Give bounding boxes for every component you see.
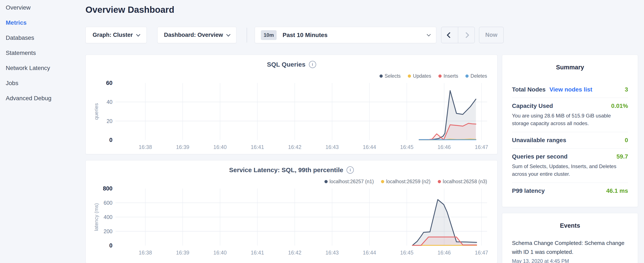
- summary-label: P99 latency: [512, 187, 545, 194]
- summary-row-queries-per-second: Queries per second 59.7 Sum of Selects, …: [512, 149, 628, 183]
- svg-text:queries: queries: [93, 103, 99, 120]
- events-title: Events: [512, 222, 628, 229]
- svg-text:16:45: 16:45: [400, 144, 414, 150]
- svg-text:16:47: 16:47: [475, 249, 488, 255]
- sidebar-item-databases[interactable]: Databases: [6, 30, 82, 45]
- time-range-picker[interactable]: 10m Past 10 Minutes: [255, 27, 436, 43]
- graph-dropdown[interactable]: Graph: Cluster: [86, 27, 147, 43]
- chevron-down-icon: [427, 32, 430, 36]
- summary-row-p99-latency: P99 latency 46.1 ms: [512, 183, 628, 199]
- sidebar-item-metrics[interactable]: Metrics: [6, 15, 82, 30]
- svg-text:16:45: 16:45: [400, 249, 414, 255]
- controls-divider: [247, 28, 247, 43]
- svg-text:400: 400: [104, 214, 112, 220]
- svg-text:16:44: 16:44: [363, 144, 376, 150]
- svg-text:16:40: 16:40: [214, 249, 227, 255]
- svg-text:16:47: 16:47: [475, 144, 488, 150]
- svg-text:16:44: 16:44: [363, 249, 376, 255]
- svg-text:16:46: 16:46: [438, 144, 451, 150]
- sql-queries-chart-card: SQL Queries i SelectsUpdatesInsertsDelet…: [86, 55, 498, 154]
- svg-text:16:41: 16:41: [251, 144, 264, 150]
- svg-text:16:39: 16:39: [176, 144, 190, 150]
- svg-text:20: 20: [106, 118, 112, 124]
- summary-label: Capacity Used: [512, 103, 553, 109]
- svg-text:600: 600: [104, 200, 112, 206]
- next-time-button[interactable]: [458, 27, 475, 43]
- time-range-badge: 10m: [261, 30, 276, 40]
- svg-text:16:46: 16:46: [438, 249, 451, 255]
- summary-card: Summary Total Nodes View nodes list 3 Ca…: [502, 55, 638, 207]
- svg-text:0: 0: [109, 242, 112, 249]
- time-step-buttons: [441, 27, 475, 43]
- summary-label: Queries per second: [512, 153, 568, 160]
- sidebar: Overview Metrics Databases Statements Ne…: [6, 0, 82, 106]
- dashboard-dropdown[interactable]: Dashboard: Overview: [157, 27, 236, 43]
- sidebar-item-network-latency[interactable]: Network Latency: [6, 60, 82, 76]
- summary-value: 46.1 ms: [606, 187, 628, 194]
- event-timestamp: May 13, 2020 at 4:45 PM: [512, 258, 628, 263]
- summary-title: Summary: [512, 64, 628, 71]
- svg-text:16:42: 16:42: [288, 144, 302, 150]
- svg-text:16:42: 16:42: [288, 249, 302, 255]
- summary-value: 0.01%: [611, 103, 628, 109]
- svg-text:40: 40: [106, 99, 112, 105]
- sidebar-item-advanced-debug[interactable]: Advanced Debug: [6, 91, 82, 106]
- service-latency-chart[interactable]: 16:3816:3916:4016:4116:4216:4316:4416:45…: [86, 160, 498, 260]
- svg-text:16:40: 16:40: [214, 144, 227, 150]
- summary-description: Sum of Selects, Updates, Inserts, and De…: [512, 163, 628, 178]
- summary-label: Total Nodes: [512, 86, 546, 93]
- sidebar-item-jobs[interactable]: Jobs: [6, 76, 82, 91]
- svg-text:60: 60: [106, 80, 112, 86]
- chevron-down-icon: [136, 32, 140, 37]
- service-latency-chart-card: Service Latency: SQL, 99th percentile i …: [86, 160, 498, 263]
- svg-text:16:43: 16:43: [326, 144, 339, 150]
- now-button[interactable]: Now: [479, 27, 504, 43]
- page-title: Overview Dashboard: [86, 5, 174, 15]
- chevron-down-icon: [226, 32, 230, 37]
- summary-value: 3: [625, 86, 628, 93]
- svg-text:800: 800: [103, 185, 112, 192]
- svg-text:latency (ms): latency (ms): [93, 203, 99, 231]
- summary-row-capacity-used: Capacity Used 0.01% You are using 28.6 M…: [512, 98, 628, 132]
- dashboard-dropdown-label: Dashboard: Overview: [164, 32, 223, 38]
- sidebar-item-overview[interactable]: Overview: [6, 0, 82, 15]
- sql-queries-chart[interactable]: 16:3816:3916:4016:4116:4216:4316:4416:45…: [86, 55, 498, 154]
- svg-text:16:38: 16:38: [138, 144, 152, 150]
- chevron-left-icon: [447, 32, 453, 38]
- summary-value: 59.7: [616, 153, 628, 160]
- events-card: Events Schema Change Completed: Schema c…: [502, 213, 638, 263]
- svg-text:16:39: 16:39: [176, 249, 190, 255]
- chevron-right-icon: [463, 32, 469, 38]
- svg-text:200: 200: [104, 228, 112, 234]
- svg-text:16:43: 16:43: [326, 249, 339, 255]
- svg-text:0: 0: [109, 137, 112, 143]
- summary-label: Unavailable ranges: [512, 137, 566, 144]
- summary-rows: Total Nodes View nodes list 3 Capacity U…: [512, 82, 628, 199]
- summary-row-unavailable-ranges: Unavailable ranges 0: [512, 132, 628, 149]
- summary-description: You are using 28.6 MiB of 515.9 GiB usab…: [512, 112, 628, 127]
- event-item: Schema Change Completed: Schema change w…: [512, 238, 628, 263]
- graph-dropdown-label: Graph: Cluster: [92, 32, 133, 38]
- summary-row-total-nodes: Total Nodes View nodes list 3: [512, 82, 628, 98]
- svg-text:16:38: 16:38: [138, 249, 152, 255]
- summary-value: 0: [625, 137, 628, 144]
- sidebar-item-statements[interactable]: Statements: [6, 45, 82, 60]
- event-message: Schema Change Completed: Schema change w…: [512, 238, 628, 256]
- svg-text:16:41: 16:41: [251, 249, 264, 255]
- app-screen: Overview Metrics Databases Statements Ne…: [0, 0, 644, 263]
- prev-time-button[interactable]: [442, 27, 458, 43]
- time-range-label: Past 10 Minutes: [282, 32, 427, 39]
- view-nodes-list-link[interactable]: View nodes list: [550, 86, 592, 93]
